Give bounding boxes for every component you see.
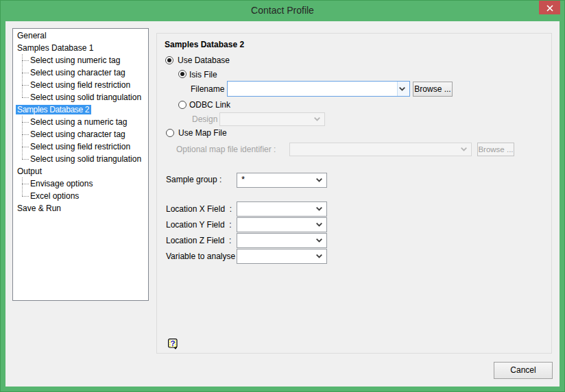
svg-text:?: ? <box>170 339 175 347</box>
